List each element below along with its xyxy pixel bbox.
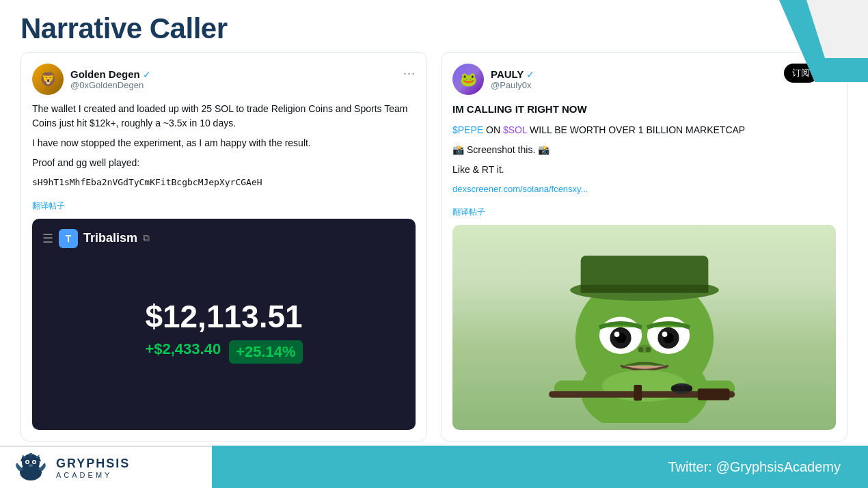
footer: GRYPHSIS ACADEMY Twitter: @GryphsisAcade… (0, 446, 868, 488)
tweet-user-info-right: 🐸 PAULY ✓ @Pauly0x (452, 64, 534, 95)
tweet-hash-code: sH9hT1sMhfEba2nVGdTyCmKFitBcgbcMJepXyrCG… (32, 176, 416, 189)
footer-logo-section: GRYPHSIS ACADEMY (0, 446, 212, 488)
trading-top-bar: ☰ T Tribalism ⧉ (42, 229, 150, 248)
verified-icon-right: ✓ (526, 69, 534, 80)
tweet-header-left: 🦁 Golden Degen ✓ @0xGoldenDegen ... (32, 64, 416, 95)
sol-token: $SOL (503, 124, 527, 135)
tweet-body-line1-left: The wallet I created and loaded up with … (32, 102, 416, 131)
user-name-row-right: PAULY ✓ (491, 68, 534, 80)
avatar-left: 🦁 (32, 64, 64, 95)
user-name-right: PAULY (491, 68, 524, 80)
translate-link-left[interactable]: 翻译帖子 (32, 200, 416, 212)
pepe-illustration (515, 232, 774, 423)
tweet-menu-left[interactable]: ... (403, 64, 416, 78)
svg-rect-23 (670, 386, 692, 392)
user-details-left: Golden Degen ✓ @0xGoldenDegen (70, 68, 151, 90)
svg-point-12 (662, 331, 667, 337)
tweet-body-line1-right: $PEPE ON $SOL WILL BE WORTH OVER 1 BILLI… (452, 123, 836, 137)
copy-icon: ⧉ (143, 232, 150, 244)
trading-gains: +$2,433.40 +25.14% (145, 340, 302, 364)
tweet-body-line3-left: Proof and gg well played: (32, 156, 416, 170)
pepe-token: $PEPE (452, 124, 483, 135)
tribalism-logo: T (59, 229, 78, 248)
tweet-image-right (452, 225, 836, 430)
page-title: Narrative Caller (0, 0, 868, 52)
calling-title: IM CALLING IT RIGHT NOW (452, 102, 836, 118)
user-name-left: Golden Degen (70, 68, 140, 80)
svg-point-14 (638, 347, 643, 353)
svg-point-33 (29, 464, 33, 467)
dex-link[interactable]: dexscreener.com/solana/fcensxy... (452, 182, 836, 196)
main-content: 🦁 Golden Degen ✓ @0xGoldenDegen ... The … (0, 52, 868, 451)
pepe-image-container (452, 225, 836, 430)
brand-name: GRYPHSIS (56, 457, 130, 471)
gryphsis-text: GRYPHSIS ACADEMY (56, 457, 130, 479)
tweet-body-line2-left: I have now stopped the experiment, as I … (32, 136, 416, 150)
tweet-body-line2-right: 📸 Screenshot this. 📸 (452, 143, 836, 157)
tribalism-text: Tribalism (83, 231, 137, 245)
twitter-handle: Twitter: @GryphsisAcademy (668, 459, 841, 475)
tweet-body-left: The wallet I created and loaded up with … (32, 102, 416, 195)
avatar-right: 🐸 (452, 64, 484, 95)
svg-point-9 (614, 331, 619, 337)
svg-point-15 (645, 347, 651, 353)
hamburger-icon: ☰ (42, 231, 53, 246)
gryphsis-logo-icon (14, 450, 48, 485)
tweet-body-right: IM CALLING IT RIGHT NOW $PEPE ON $SOL WI… (452, 102, 836, 201)
tweet-card-right: 🐸 PAULY ✓ @Pauly0x 订阅 ... IM CALLING IT … (441, 52, 847, 442)
gain-value: +$2,433.40 (145, 340, 221, 364)
on-text: ON (486, 124, 503, 135)
tweet-card-left: 🦁 Golden Degen ✓ @0xGoldenDegen ... The … (21, 52, 427, 442)
svg-rect-21 (634, 385, 642, 401)
tweet-body-line3-right: Like & RT it. (452, 163, 836, 177)
svg-rect-20 (697, 388, 729, 400)
svg-point-32 (33, 461, 36, 463)
user-handle-right: @Pauly0x (491, 80, 534, 90)
tweet-image-left: ☰ T Tribalism ⧉ $12,113.51 +$2,433.40 +2… (32, 219, 416, 431)
will-text: WILL BE WORTH OVER 1 BILLION MARKETCAP (530, 124, 745, 135)
footer-twitter-section: Twitter: @GryphsisAcademy (212, 446, 868, 488)
svg-point-31 (27, 461, 29, 463)
tweet-header-right: 🐸 PAULY ✓ @Pauly0x 订阅 ... (452, 64, 836, 95)
verified-icon-left: ✓ (143, 69, 151, 80)
user-handle-left: @0xGoldenDegen (70, 80, 151, 90)
trading-screenshot: ☰ T Tribalism ⧉ $12,113.51 +$2,433.40 +2… (32, 219, 416, 431)
svg-rect-4 (580, 285, 708, 293)
trading-amount: $12,113.51 (145, 298, 302, 335)
user-name-row-left: Golden Degen ✓ (70, 68, 151, 80)
gain-percent: +25.14% (229, 340, 302, 364)
translate-link-right[interactable]: 翻译帖子 (452, 206, 836, 218)
user-details-right: PAULY ✓ @Pauly0x (491, 68, 534, 90)
brand-sub: ACADEMY (56, 471, 130, 479)
tweet-user-info-left: 🦁 Golden Degen ✓ @0xGoldenDegen (32, 64, 151, 95)
